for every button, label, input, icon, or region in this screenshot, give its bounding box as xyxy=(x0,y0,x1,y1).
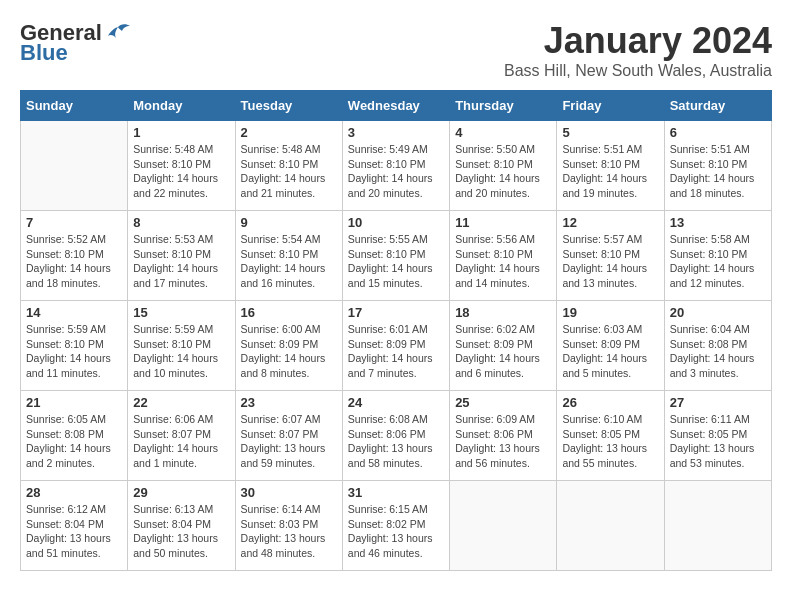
day-detail: Sunrise: 5:48 AMSunset: 8:10 PMDaylight:… xyxy=(241,142,337,201)
day-number: 27 xyxy=(670,395,766,410)
day-number: 12 xyxy=(562,215,658,230)
day-detail: Sunrise: 5:57 AMSunset: 8:10 PMDaylight:… xyxy=(562,232,658,291)
day-number: 3 xyxy=(348,125,444,140)
day-detail: Sunrise: 6:08 AMSunset: 8:06 PMDaylight:… xyxy=(348,412,444,471)
calendar-cell: 1Sunrise: 5:48 AMSunset: 8:10 PMDaylight… xyxy=(128,121,235,211)
calendar-table: SundayMondayTuesdayWednesdayThursdayFrid… xyxy=(20,90,772,571)
day-number: 6 xyxy=(670,125,766,140)
page-header: General Blue January 2024 Bass Hill, New… xyxy=(20,20,772,80)
day-detail: Sunrise: 6:04 AMSunset: 8:08 PMDaylight:… xyxy=(670,322,766,381)
day-number: 14 xyxy=(26,305,122,320)
day-header-tuesday: Tuesday xyxy=(235,91,342,121)
day-detail: Sunrise: 5:52 AMSunset: 8:10 PMDaylight:… xyxy=(26,232,122,291)
day-detail: Sunrise: 6:05 AMSunset: 8:08 PMDaylight:… xyxy=(26,412,122,471)
day-number: 18 xyxy=(455,305,551,320)
day-number: 17 xyxy=(348,305,444,320)
calendar-cell: 16Sunrise: 6:00 AMSunset: 8:09 PMDayligh… xyxy=(235,301,342,391)
calendar-cell: 23Sunrise: 6:07 AMSunset: 8:07 PMDayligh… xyxy=(235,391,342,481)
day-number: 31 xyxy=(348,485,444,500)
day-header-saturday: Saturday xyxy=(664,91,771,121)
calendar-cell: 15Sunrise: 5:59 AMSunset: 8:10 PMDayligh… xyxy=(128,301,235,391)
day-detail: Sunrise: 5:59 AMSunset: 8:10 PMDaylight:… xyxy=(26,322,122,381)
title-section: January 2024 Bass Hill, New South Wales,… xyxy=(504,20,772,80)
day-number: 4 xyxy=(455,125,551,140)
day-number: 9 xyxy=(241,215,337,230)
day-detail: Sunrise: 6:09 AMSunset: 8:06 PMDaylight:… xyxy=(455,412,551,471)
day-number: 29 xyxy=(133,485,229,500)
day-detail: Sunrise: 6:11 AMSunset: 8:05 PMDaylight:… xyxy=(670,412,766,471)
day-number: 30 xyxy=(241,485,337,500)
day-number: 23 xyxy=(241,395,337,410)
day-detail: Sunrise: 5:51 AMSunset: 8:10 PMDaylight:… xyxy=(562,142,658,201)
header-row: SundayMondayTuesdayWednesdayThursdayFrid… xyxy=(21,91,772,121)
calendar-cell: 24Sunrise: 6:08 AMSunset: 8:06 PMDayligh… xyxy=(342,391,449,481)
calendar-cell: 8Sunrise: 5:53 AMSunset: 8:10 PMDaylight… xyxy=(128,211,235,301)
day-detail: Sunrise: 6:00 AMSunset: 8:09 PMDaylight:… xyxy=(241,322,337,381)
day-header-friday: Friday xyxy=(557,91,664,121)
calendar-cell: 9Sunrise: 5:54 AMSunset: 8:10 PMDaylight… xyxy=(235,211,342,301)
calendar-cell xyxy=(21,121,128,211)
calendar-cell: 4Sunrise: 5:50 AMSunset: 8:10 PMDaylight… xyxy=(450,121,557,211)
calendar-cell: 30Sunrise: 6:14 AMSunset: 8:03 PMDayligh… xyxy=(235,481,342,571)
day-header-monday: Monday xyxy=(128,91,235,121)
day-number: 20 xyxy=(670,305,766,320)
day-detail: Sunrise: 6:06 AMSunset: 8:07 PMDaylight:… xyxy=(133,412,229,471)
calendar-cell: 20Sunrise: 6:04 AMSunset: 8:08 PMDayligh… xyxy=(664,301,771,391)
day-number: 2 xyxy=(241,125,337,140)
day-number: 21 xyxy=(26,395,122,410)
day-detail: Sunrise: 6:03 AMSunset: 8:09 PMDaylight:… xyxy=(562,322,658,381)
calendar-cell: 27Sunrise: 6:11 AMSunset: 8:05 PMDayligh… xyxy=(664,391,771,481)
day-number: 26 xyxy=(562,395,658,410)
calendar-cell xyxy=(450,481,557,571)
day-detail: Sunrise: 6:13 AMSunset: 8:04 PMDaylight:… xyxy=(133,502,229,561)
day-detail: Sunrise: 5:53 AMSunset: 8:10 PMDaylight:… xyxy=(133,232,229,291)
day-detail: Sunrise: 6:01 AMSunset: 8:09 PMDaylight:… xyxy=(348,322,444,381)
calendar-cell: 13Sunrise: 5:58 AMSunset: 8:10 PMDayligh… xyxy=(664,211,771,301)
logo-blue-text: Blue xyxy=(20,40,68,66)
day-number: 10 xyxy=(348,215,444,230)
calendar-cell: 11Sunrise: 5:56 AMSunset: 8:10 PMDayligh… xyxy=(450,211,557,301)
week-row-5: 28Sunrise: 6:12 AMSunset: 8:04 PMDayligh… xyxy=(21,481,772,571)
week-row-2: 7Sunrise: 5:52 AMSunset: 8:10 PMDaylight… xyxy=(21,211,772,301)
day-number: 5 xyxy=(562,125,658,140)
day-detail: Sunrise: 5:59 AMSunset: 8:10 PMDaylight:… xyxy=(133,322,229,381)
logo: General Blue xyxy=(20,20,132,66)
day-header-sunday: Sunday xyxy=(21,91,128,121)
calendar-cell xyxy=(664,481,771,571)
day-detail: Sunrise: 6:02 AMSunset: 8:09 PMDaylight:… xyxy=(455,322,551,381)
calendar-cell: 28Sunrise: 6:12 AMSunset: 8:04 PMDayligh… xyxy=(21,481,128,571)
calendar-cell xyxy=(557,481,664,571)
day-number: 24 xyxy=(348,395,444,410)
day-number: 7 xyxy=(26,215,122,230)
calendar-cell: 19Sunrise: 6:03 AMSunset: 8:09 PMDayligh… xyxy=(557,301,664,391)
calendar-cell: 31Sunrise: 6:15 AMSunset: 8:02 PMDayligh… xyxy=(342,481,449,571)
calendar-cell: 12Sunrise: 5:57 AMSunset: 8:10 PMDayligh… xyxy=(557,211,664,301)
month-title: January 2024 xyxy=(504,20,772,62)
day-header-thursday: Thursday xyxy=(450,91,557,121)
calendar-cell: 26Sunrise: 6:10 AMSunset: 8:05 PMDayligh… xyxy=(557,391,664,481)
day-detail: Sunrise: 6:15 AMSunset: 8:02 PMDaylight:… xyxy=(348,502,444,561)
day-detail: Sunrise: 6:07 AMSunset: 8:07 PMDaylight:… xyxy=(241,412,337,471)
day-number: 1 xyxy=(133,125,229,140)
day-header-wednesday: Wednesday xyxy=(342,91,449,121)
day-detail: Sunrise: 5:56 AMSunset: 8:10 PMDaylight:… xyxy=(455,232,551,291)
day-detail: Sunrise: 5:54 AMSunset: 8:10 PMDaylight:… xyxy=(241,232,337,291)
day-number: 19 xyxy=(562,305,658,320)
day-number: 28 xyxy=(26,485,122,500)
week-row-4: 21Sunrise: 6:05 AMSunset: 8:08 PMDayligh… xyxy=(21,391,772,481)
day-detail: Sunrise: 6:12 AMSunset: 8:04 PMDaylight:… xyxy=(26,502,122,561)
calendar-cell: 10Sunrise: 5:55 AMSunset: 8:10 PMDayligh… xyxy=(342,211,449,301)
day-detail: Sunrise: 5:58 AMSunset: 8:10 PMDaylight:… xyxy=(670,232,766,291)
day-detail: Sunrise: 6:14 AMSunset: 8:03 PMDaylight:… xyxy=(241,502,337,561)
calendar-cell: 17Sunrise: 6:01 AMSunset: 8:09 PMDayligh… xyxy=(342,301,449,391)
day-number: 8 xyxy=(133,215,229,230)
calendar-cell: 14Sunrise: 5:59 AMSunset: 8:10 PMDayligh… xyxy=(21,301,128,391)
day-number: 25 xyxy=(455,395,551,410)
calendar-cell: 29Sunrise: 6:13 AMSunset: 8:04 PMDayligh… xyxy=(128,481,235,571)
day-number: 16 xyxy=(241,305,337,320)
calendar-cell: 7Sunrise: 5:52 AMSunset: 8:10 PMDaylight… xyxy=(21,211,128,301)
calendar-cell: 25Sunrise: 6:09 AMSunset: 8:06 PMDayligh… xyxy=(450,391,557,481)
calendar-cell: 5Sunrise: 5:51 AMSunset: 8:10 PMDaylight… xyxy=(557,121,664,211)
logo-bird-icon xyxy=(104,22,132,44)
day-detail: Sunrise: 5:49 AMSunset: 8:10 PMDaylight:… xyxy=(348,142,444,201)
